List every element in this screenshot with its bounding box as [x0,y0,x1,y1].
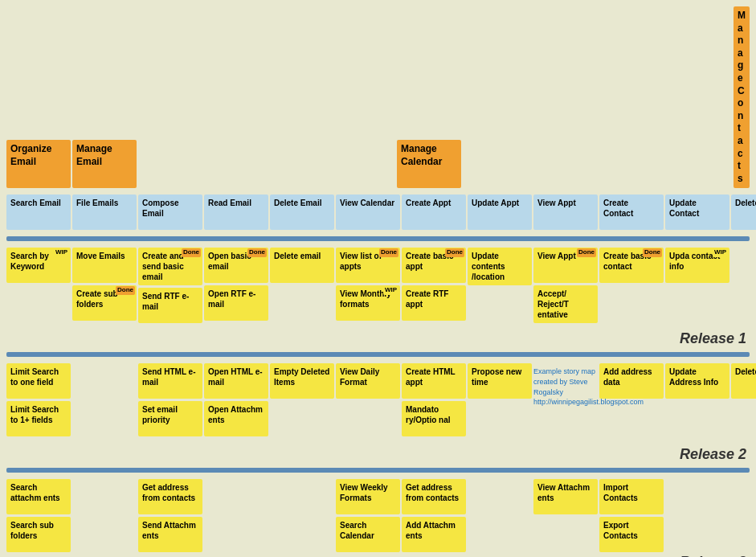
feature-compose-email: Compose Email [138,195,202,230]
release-3-label: Release 3 [680,554,746,557]
feature-row: Search Email File Emails Compose Email R… [6,191,750,233]
r1-col4: Done Open basic email Open RTF e-mail [204,248,268,321]
r2-col8: Propose new time [468,363,532,399]
r2-col10: Add address data [599,363,664,399]
badge-done: Done [643,248,662,256]
divider-1 [6,236,750,241]
epic-label: Manage Email [76,143,133,168]
epic-organize-email: Organize Email [6,140,71,188]
release-2-row: Limit Search to one field Limit Search t… [6,360,750,465]
feature-delete-email: Delete Email [270,195,334,230]
epic-manage-calendar: Manage Calendar [397,140,590,188]
release-3-row: Search attachm ents Search sub folders G… [6,476,750,557]
badge-wip: WIP [383,286,398,294]
epic-label: Manage Contacts [738,10,746,185]
release-1-row: WIP Search by Keyword Move Emails Done C… [6,244,750,349]
r1-col8: Update contents /location [468,248,532,285]
r3-col9: View Attachm ents [533,479,598,514]
feature-delete-contact: Delete Contact [731,195,756,230]
feature-update-contact: Update Contact [665,195,729,230]
feature-view-appt: View Appt [533,195,598,230]
r1-col2: Move Emails Done Create sub folders [72,248,137,321]
badge-done: Done [116,286,135,294]
r2-col4: Open HTML e-mail Open Attachm ents [204,363,268,436]
r2-col9: Example story map created by Steve Rogal… [533,363,598,407]
epic-manage-contacts-spacer: Manage Contacts [734,6,750,188]
r2-col12: Delete Contact [731,363,756,399]
r1-col7: Done Create basic appt Create RTF appt [402,248,466,321]
epic-label: Organize Email [10,143,67,168]
badge-done: Done [379,248,398,256]
badge-wip: WIP [54,248,69,256]
r1-col5: Delete email [270,248,334,283]
epic-manage-email: Manage Email [72,140,265,188]
feature-read-email: Read Email [204,195,268,230]
divider-3 [6,468,750,473]
badge-done: Done [577,248,596,256]
feature-search-email: Search Email [6,195,71,230]
badge-done: Done [445,248,464,256]
story-map-board: Organize Email Manage Email Manage Calen… [0,0,756,557]
epic-row: Organize Email Manage Email Manage Calen… [6,6,750,191]
credit-text: Example story map created by Steve Rogal… [533,363,598,407]
r2-col5: Empty Deleted Items [270,363,334,399]
feature-file-emails: File Emails [72,195,137,230]
r1-col3: Done Create and send basic email Send RT… [138,248,202,323]
r2-col6: View Daily Format [336,363,400,399]
epic-label: Manage Calendar [401,143,457,168]
badge-wip: WIP [713,248,728,256]
r1-col9: Done View Appt Accept/ Reject/T entative [533,248,598,323]
r1-col1: WIP Search by Keyword [6,248,71,283]
feature-create-appt: Create Appt [402,195,466,230]
r3-col6: View Weekly Formats Search Calendar [336,479,400,552]
r1-col6: Done View list of appts WIP View Monthly… [336,248,400,321]
r3-col7: Get address from contacts Add Attachm en… [402,479,466,552]
feature-view-calendar: View Calendar [336,195,400,230]
r2-col3: Send HTML e-mail Set email priority [138,363,202,436]
r1-col11: WIP Upda contact info [665,248,729,283]
feature-update-appt: Update Appt [468,195,532,230]
badge-done: Done [182,248,201,256]
divider-2 [6,352,750,357]
release-1-label: Release 1 [680,330,746,347]
r3-col3: Get address from contacts Send Attachm e… [138,479,202,552]
r3-col1: Search attachm ents Search sub folders [6,479,71,552]
r2-col7: Create HTML appt Mandato ry/Optio nal [402,363,466,436]
r1-col10: Done Create basic contact [599,248,664,283]
r3-col10: Import Contacts Export Contacts [599,479,664,552]
r2-col11: Update Address Info [665,363,729,399]
release-2-label: Release 2 [680,446,746,463]
feature-create-contact: Create Contact [599,195,664,230]
r2-col1: Limit Search to one field Limit Search t… [6,363,71,436]
badge-done: Done [247,248,267,256]
